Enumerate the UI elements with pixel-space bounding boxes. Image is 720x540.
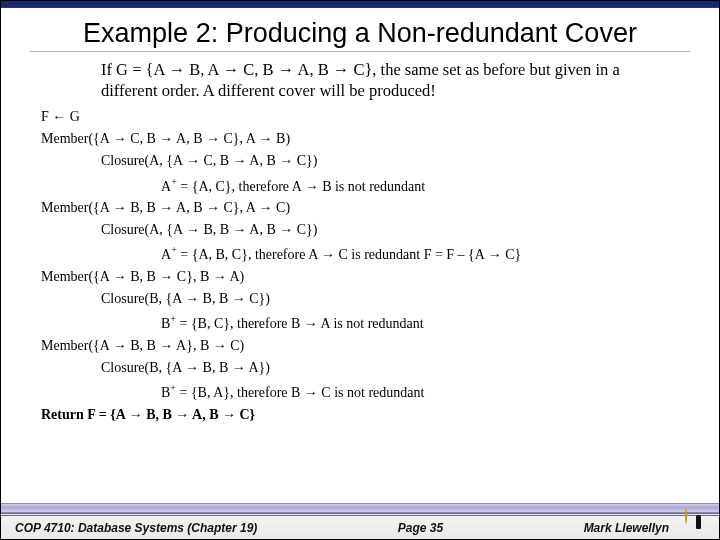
- line-14: Return F = {A → B, B → A, B → C}: [41, 407, 689, 423]
- ucf-logo-icon: [685, 509, 713, 537]
- line-10-rest: = {B, C}, therefore B → A is not redunda…: [176, 316, 424, 331]
- title-underline: [30, 51, 691, 52]
- line-10-var: B: [161, 316, 170, 331]
- line-4-var: A: [161, 178, 171, 193]
- line-2: Member({A → C, B → A, B → C}, A → B): [41, 131, 689, 147]
- line-5: Member({A → B, B → A, B → C}, A → C): [41, 200, 689, 216]
- line-4: A+ = {A, C}, therefore A → B is not redu…: [161, 176, 689, 195]
- top-accent-bar: [1, 1, 719, 8]
- footer-page: Page 35: [257, 521, 583, 535]
- line-4-rest: = {A, C}, therefore A → B is not redunda…: [177, 178, 425, 193]
- footer-separator: [1, 503, 719, 513]
- footer-course: COP 4710: Database Systems (Chapter 19): [15, 521, 257, 535]
- line-9: Closure(B, {A → B, B → C}): [101, 291, 689, 307]
- line-13-var: B: [161, 385, 170, 400]
- line-12: Closure(B, {A → B, B → A}): [101, 360, 689, 376]
- intro-text: If G = {A → B, A → C, B → A, B → C}, the…: [101, 60, 655, 101]
- line-7-var: A: [161, 247, 171, 262]
- footer: COP 4710: Database Systems (Chapter 19) …: [1, 513, 719, 539]
- line-13: B+ = {B, A}, therefore B → C is not redu…: [161, 382, 689, 401]
- line-7: A+ = {A, B, C}, therefore A → C is redun…: [161, 244, 689, 263]
- proof-body: F ← G Member({A → C, B → A, B → C}, A → …: [41, 109, 689, 423]
- line-10: B+ = {B, C}, therefore B → A is not redu…: [161, 313, 689, 332]
- line-13-rest: = {B, A}, therefore B → C is not redunda…: [176, 385, 424, 400]
- line-7-rest: = {A, B, C}, therefore A → C is redundan…: [177, 247, 521, 262]
- line-8: Member({A → B, B → C}, B → A): [41, 269, 689, 285]
- line-1: F ← G: [41, 109, 689, 125]
- line-11: Member({A → B, B → A}, B → C): [41, 338, 689, 354]
- line-6: Closure(A, {A → B, B → A, B → C}): [101, 222, 689, 238]
- slide-title: Example 2: Producing a Non-redundant Cov…: [1, 18, 719, 49]
- line-3: Closure(A, {A → C, B → A, B → C}): [101, 153, 689, 169]
- slide: Example 2: Producing a Non-redundant Cov…: [0, 0, 720, 540]
